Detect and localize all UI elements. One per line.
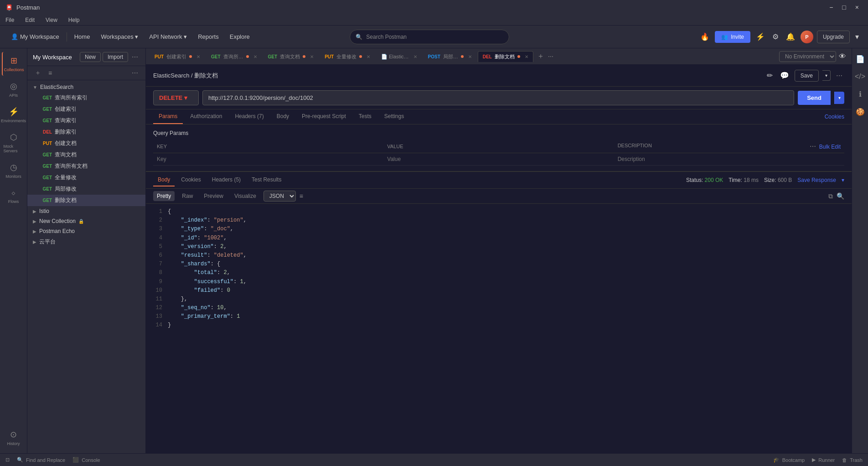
cookies-link[interactable]: Cookies xyxy=(825,114,844,120)
save-button[interactable]: Save xyxy=(795,70,819,82)
tab-elastic[interactable]: 📄 Elastic… ✕ xyxy=(376,52,422,62)
tab-get-doc[interactable]: GET 查询文档 ✕ xyxy=(263,51,319,62)
wrap-lines-icon[interactable]: ≡ xyxy=(300,192,303,200)
url-input[interactable] xyxy=(202,90,794,105)
collection-elasticsearch[interactable]: ▼ ElasticSearch xyxy=(27,82,145,92)
collection-postman-echo[interactable]: ▶ Postman Echo xyxy=(27,226,145,236)
trash-button[interactable]: 🗑 Trash xyxy=(842,457,863,463)
resp-tab-test-results[interactable]: Test Results xyxy=(247,174,286,186)
maximize-button[interactable]: □ xyxy=(838,2,849,13)
format-type-selector[interactable]: JSON XML HTML Text xyxy=(264,191,296,202)
req-tab-params[interactable]: Params xyxy=(153,109,183,124)
sidebar-item-history[interactable]: ⊙ History xyxy=(2,426,26,450)
key-input[interactable] xyxy=(157,156,380,162)
tab-close-icon[interactable]: ✕ xyxy=(367,54,370,59)
workspace-selector[interactable]: 👤 My Workspace xyxy=(7,31,63,42)
menu-file[interactable]: File xyxy=(4,16,16,24)
menu-edit[interactable]: Edit xyxy=(23,16,36,24)
upgrade-button[interactable]: Upgrade xyxy=(817,31,850,43)
tab-close-icon[interactable]: ✕ xyxy=(196,54,200,59)
code-icon[interactable]: </> xyxy=(852,70,868,83)
send-button[interactable]: Send xyxy=(798,91,831,105)
menu-help[interactable]: Help xyxy=(67,16,82,24)
nav-workspaces[interactable]: Workspaces ▾ xyxy=(97,31,142,42)
endpoint-full-update[interactable]: GET 全量修改 xyxy=(27,172,145,183)
lightning-icon[interactable]: ⚡ xyxy=(754,31,767,43)
nav-explore[interactable]: Explore xyxy=(226,31,253,42)
sidebar-item-mock-servers[interactable]: ⬡ Mock Servers xyxy=(2,129,26,157)
collection-istio[interactable]: ▶ Istio xyxy=(27,206,145,216)
import-button[interactable]: Import xyxy=(103,52,128,62)
more-tabs-icon[interactable]: ⋯ xyxy=(548,53,553,60)
cookie-jar-icon[interactable]: 🍪 xyxy=(853,105,868,119)
bulk-options-icon[interactable]: ⋯ xyxy=(808,142,818,151)
invite-button[interactable]: 👥 Invite xyxy=(715,31,750,43)
send-dropdown-button[interactable]: ▾ xyxy=(834,92,844,104)
tab-post-partial[interactable]: POST 局部… ✕ xyxy=(423,51,477,62)
req-tab-headers[interactable]: Headers (7) xyxy=(229,109,269,124)
panel-options-icon[interactable]: ⋯ xyxy=(130,68,140,78)
environment-selector[interactable]: No Environment xyxy=(779,51,836,62)
tab-close-icon[interactable]: ✕ xyxy=(525,54,528,59)
tab-close-icon[interactable]: ✕ xyxy=(253,54,257,59)
tab-get-query[interactable]: GET 查询所… ✕ xyxy=(206,51,262,62)
format-tab-raw[interactable]: Raw xyxy=(178,191,196,201)
tab-put-create-index[interactable]: PUT 创建索引 ✕ xyxy=(150,51,205,62)
bell-icon[interactable]: 🔔 xyxy=(784,31,797,43)
nav-reports[interactable]: Reports xyxy=(194,31,222,42)
sidebar-item-flows[interactable]: ⬦ Flows xyxy=(2,184,26,207)
notification-fire-icon[interactable]: 🔥 xyxy=(698,31,711,43)
add-collection-icon[interactable]: ＋ xyxy=(33,68,43,78)
endpoint-delete-index[interactable]: DEL 删除索引 xyxy=(27,126,145,138)
value-input[interactable] xyxy=(387,156,610,162)
req-tab-body[interactable]: Body xyxy=(271,109,294,124)
collection-cloud-platform[interactable]: ▶ 云平台 xyxy=(27,236,145,248)
resp-tab-body[interactable]: Body xyxy=(153,174,175,186)
filter-icon[interactable]: ≡ xyxy=(46,68,54,78)
req-tab-authorization[interactable]: Authorization xyxy=(185,109,227,124)
search-box[interactable]: 🔍 Search Postman xyxy=(350,30,509,44)
save-response-button[interactable]: Save Response xyxy=(797,177,836,183)
avatar[interactable]: P xyxy=(801,31,813,43)
more-options-icon[interactable]: ⋯ xyxy=(834,71,844,80)
comment-icon[interactable]: 💬 xyxy=(778,69,791,82)
format-tab-pretty[interactable]: Pretty xyxy=(153,191,175,201)
resp-tab-cookies[interactable]: Cookies xyxy=(176,174,205,186)
tab-close-icon[interactable]: ✕ xyxy=(310,54,314,59)
nav-home[interactable]: Home xyxy=(71,31,94,42)
titlebar-controls[interactable]: − □ × xyxy=(826,2,863,13)
minimize-button[interactable]: − xyxy=(826,2,837,13)
format-tab-preview[interactable]: Preview xyxy=(200,191,227,201)
description-input[interactable] xyxy=(618,156,841,162)
endpoint-query-doc[interactable]: GET 查询文档 xyxy=(27,149,145,161)
panel-menu-icon[interactable]: ⋯ xyxy=(130,52,140,62)
console-button[interactable]: ⬛ Console xyxy=(72,457,100,463)
close-button[interactable]: × xyxy=(852,2,863,13)
sidebar-item-apis[interactable]: ◎ APIs xyxy=(2,78,26,101)
req-tab-tests[interactable]: Tests xyxy=(353,109,377,124)
tab-put-full-update[interactable]: PUT 全量修改 ✕ xyxy=(320,51,375,62)
endpoint-delete-doc[interactable]: GET 删除文档 xyxy=(27,195,145,206)
runner-button[interactable]: ▶ Runner xyxy=(812,457,835,463)
sidebar-item-collections[interactable]: ⊞ Collections xyxy=(2,52,26,76)
add-tab-button[interactable]: ＋ xyxy=(534,52,547,61)
find-replace-button[interactable]: 🔍 Find and Replace xyxy=(17,457,65,463)
info-icon[interactable]: ℹ xyxy=(856,87,864,101)
settings-icon[interactable]: ⚙ xyxy=(770,31,780,43)
new-button[interactable]: New xyxy=(80,52,101,62)
tab-close-icon[interactable]: ✕ xyxy=(413,54,417,59)
req-tab-settings[interactable]: Settings xyxy=(379,109,409,124)
edit-request-icon[interactable]: ✏ xyxy=(765,69,775,82)
sidebar-item-environments[interactable]: ⚡ Environments xyxy=(2,103,26,127)
bootcamp-button[interactable]: 🎓 Bootcamp xyxy=(773,457,805,463)
req-tab-prerequest[interactable]: Pre-request Script xyxy=(296,109,351,124)
tab-close-icon[interactable]: ✕ xyxy=(468,54,472,59)
endpoint-partial-update[interactable]: GET 局部修改 xyxy=(27,183,145,195)
search-response-icon[interactable]: 🔍 xyxy=(837,192,844,200)
format-tab-visualize[interactable]: Visualize xyxy=(231,191,260,201)
menu-view[interactable]: View xyxy=(44,16,59,24)
chevron-down-icon[interactable]: ▾ xyxy=(853,31,861,43)
endpoint-query-all-docs[interactable]: GET 查询所有文档 xyxy=(27,161,145,172)
method-selector[interactable]: DELETE ▾ xyxy=(153,90,199,105)
layout-toggle[interactable]: ⊡ xyxy=(5,457,10,463)
